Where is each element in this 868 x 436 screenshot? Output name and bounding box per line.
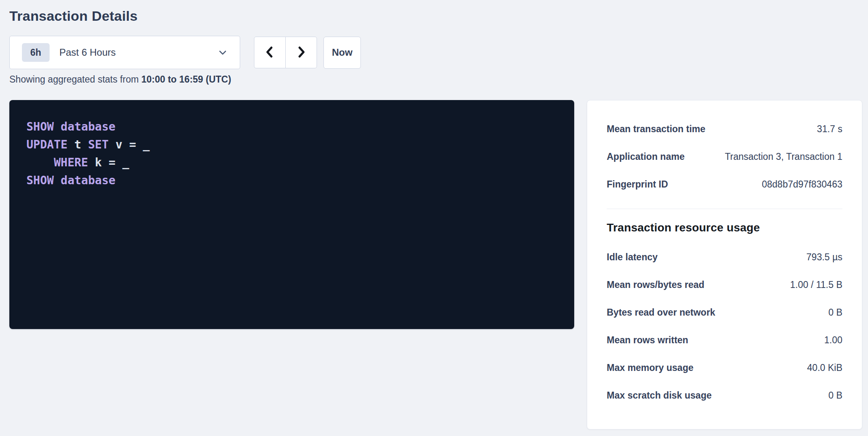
code-token-plain: v = _ bbox=[108, 138, 150, 151]
stat-row: Max scratch disk usage0 B bbox=[607, 382, 842, 409]
stat-row: Mean rows/bytes read1.00 / 11.5 B bbox=[607, 271, 842, 299]
code-token-keyword: UPDATE bbox=[26, 138, 67, 151]
code-token-keyword: SHOW bbox=[26, 120, 54, 133]
time-nav-group bbox=[254, 37, 317, 68]
stat-value: 08d8b7d97f830463 bbox=[762, 179, 842, 190]
stat-label: Max memory usage bbox=[607, 362, 693, 373]
chevron-down-icon bbox=[218, 48, 228, 57]
transaction-details-card: Mean transaction time31.7 sApplication n… bbox=[587, 100, 862, 429]
stat-value: 1.00 / 11.5 B bbox=[790, 279, 842, 290]
stat-value: 1.00 bbox=[824, 335, 842, 346]
code-line: SHOW database bbox=[26, 118, 566, 136]
stat-label: Idle latency bbox=[607, 252, 658, 263]
code-line: SHOW database bbox=[26, 172, 566, 190]
stat-value: 793.5 µs bbox=[806, 252, 842, 263]
caption-time-range: 10:00 to 16:59 (UTC) bbox=[141, 74, 231, 85]
stat-value: 40.0 KiB bbox=[807, 362, 842, 373]
stat-row: Application nameTransaction 3, Transacti… bbox=[607, 143, 842, 170]
sql-code: SHOW databaseUPDATE t SET v = _ WHERE k … bbox=[26, 118, 566, 190]
stat-row: Bytes read over network0 B bbox=[607, 299, 842, 326]
time-range-dropdown[interactable]: 6h Past 6 Hours bbox=[9, 36, 240, 69]
stat-value: 0 B bbox=[828, 390, 842, 401]
resource-stats: Idle latency793.5 µsMean rows/bytes read… bbox=[607, 243, 842, 409]
stat-row: Fingerprint ID08d8b7d97f830463 bbox=[607, 170, 842, 198]
next-time-button[interactable] bbox=[285, 37, 317, 68]
stat-label: Mean rows/bytes read bbox=[607, 279, 704, 290]
chevron-left-icon bbox=[263, 46, 276, 60]
stat-label: Mean transaction time bbox=[607, 124, 705, 135]
previous-time-button[interactable] bbox=[254, 37, 286, 68]
time-range-badge: 6h bbox=[22, 43, 50, 62]
stat-value: Transaction 3, Transaction 1 bbox=[725, 151, 842, 162]
stat-label: Fingerprint ID bbox=[607, 179, 668, 190]
code-line: UPDATE t SET v = _ bbox=[26, 136, 566, 154]
code-token-plain bbox=[54, 120, 61, 133]
code-token-keyword: SET bbox=[88, 138, 109, 151]
caption-prefix: Showing aggregated stats from bbox=[9, 74, 141, 85]
time-range-label: Past 6 Hours bbox=[59, 47, 218, 58]
stat-label: Bytes read over network bbox=[607, 307, 715, 318]
page-title: Transaction Details bbox=[9, 8, 138, 24]
code-token-plain bbox=[26, 156, 54, 169]
code-token-keyword: database bbox=[61, 120, 115, 133]
stat-value: 0 B bbox=[828, 307, 842, 318]
stat-label: Mean rows written bbox=[607, 335, 688, 346]
stat-row: Mean transaction time31.7 s bbox=[607, 115, 842, 143]
code-token-keyword: WHERE bbox=[54, 156, 88, 169]
code-token-keyword: SHOW bbox=[26, 174, 54, 187]
code-token-plain: k = _ bbox=[88, 156, 129, 169]
sql-statement-box: SHOW databaseUPDATE t SET v = _ WHERE k … bbox=[9, 100, 574, 329]
chevron-right-icon bbox=[295, 46, 308, 60]
code-token-plain bbox=[54, 174, 61, 187]
stat-value: 31.7 s bbox=[817, 124, 842, 135]
stat-row: Idle latency793.5 µs bbox=[607, 243, 842, 271]
card-divider bbox=[607, 209, 842, 209]
stat-label: Max scratch disk usage bbox=[607, 390, 712, 401]
stat-row: Mean rows written1.00 bbox=[607, 326, 842, 354]
code-token-keyword: database bbox=[61, 174, 115, 187]
code-token-plain: t bbox=[67, 138, 88, 151]
now-button[interactable]: Now bbox=[323, 37, 361, 69]
resource-usage-heading: Transaction resource usage bbox=[607, 221, 842, 234]
stat-label: Application name bbox=[607, 151, 685, 162]
code-line: WHERE k = _ bbox=[26, 154, 566, 172]
summary-stats: Mean transaction time31.7 sApplication n… bbox=[607, 115, 842, 198]
aggregated-stats-caption: Showing aggregated stats from 10:00 to 1… bbox=[9, 74, 231, 85]
stat-row: Max memory usage40.0 KiB bbox=[607, 354, 842, 382]
time-toolbar: 6h Past 6 Hours Now bbox=[9, 36, 361, 69]
